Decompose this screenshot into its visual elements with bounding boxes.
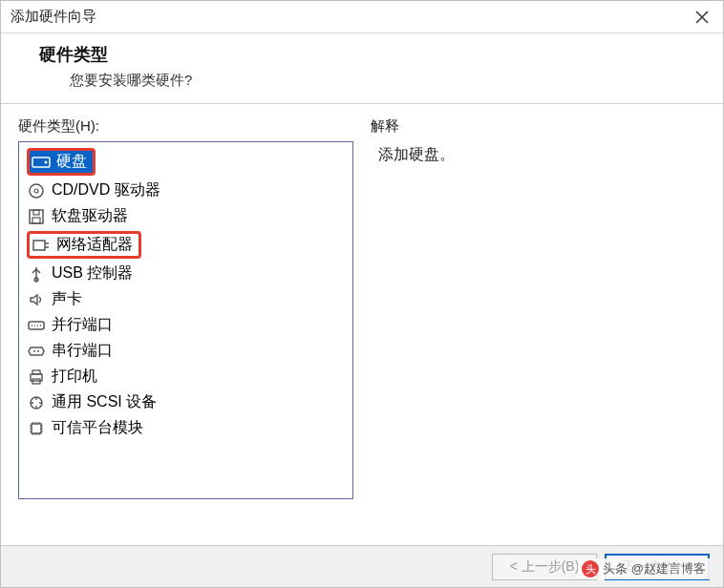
list-item-label: 硬盘 (56, 152, 87, 172)
list-item[interactable]: 网络适配器 (19, 229, 352, 261)
explanation-label: 解释 (371, 117, 706, 136)
nic-icon (32, 236, 51, 255)
watermark-badge: 头 (582, 560, 599, 578)
list-item-label: 通用 SCSI 设备 (52, 392, 157, 412)
svg-point-11 (37, 350, 39, 352)
hdd-icon (32, 153, 51, 172)
list-item-label: CD/DVD 驱动器 (52, 180, 160, 200)
titlebar: 添加硬件向导 (1, 1, 723, 33)
list-item[interactable]: CD/DVD 驱动器 (19, 178, 352, 203)
list-item-label: 可信平台模块 (52, 418, 143, 438)
parallel-icon (27, 316, 46, 335)
floppy-icon (27, 207, 46, 226)
list-item-label: 并行端口 (52, 315, 113, 335)
svg-rect-7 (33, 241, 45, 250)
hardware-type-listbox[interactable]: 硬盘CD/DVD 驱动器软盘驱动器网络适配器USB 控制器声卡并行端口串行端口打… (18, 141, 353, 499)
list-item-label: USB 控制器 (52, 263, 133, 284)
svg-point-3 (34, 189, 38, 193)
list-item[interactable]: USB 控制器 (19, 261, 352, 286)
content-area: 硬件类型(H): 硬盘CD/DVD 驱动器软盘驱动器网络适配器USB 控制器声卡… (1, 104, 723, 509)
list-item-label: 软盘驱动器 (52, 206, 128, 226)
serial-icon (27, 342, 46, 361)
svg-rect-9 (29, 322, 44, 329)
list-item-label: 网络适配器 (56, 235, 133, 255)
svg-point-10 (33, 350, 35, 352)
hardware-type-panel: 硬件类型(H): 硬盘CD/DVD 驱动器软盘驱动器网络适配器USB 控制器声卡… (18, 117, 353, 499)
svg-point-1 (45, 160, 48, 163)
list-item[interactable]: 串行端口 (19, 338, 352, 364)
list-item[interactable]: 可信平台模块 (19, 415, 352, 441)
watermark-text: 头条 @赵建言博客 (603, 560, 706, 578)
svg-rect-13 (32, 370, 40, 374)
watermark: 头 头条 @赵建言博客 (578, 558, 710, 579)
list-item[interactable]: 硬盘 (19, 146, 352, 178)
close-button[interactable] (691, 6, 713, 29)
svg-point-2 (30, 184, 43, 198)
page-title: 硬件类型 (39, 43, 696, 66)
svg-rect-16 (32, 424, 41, 433)
close-icon (695, 10, 709, 24)
list-item[interactable]: 软盘驱动器 (19, 203, 352, 229)
hardware-type-label: 硬件类型(H): (18, 117, 353, 136)
list-item[interactable]: 打印机 (19, 364, 352, 389)
list-item-label: 声卡 (52, 289, 82, 309)
list-item[interactable]: 声卡 (19, 286, 352, 312)
list-item[interactable]: 并行端口 (19, 312, 352, 338)
explanation-text: 添加硬盘。 (371, 141, 706, 169)
svg-rect-4 (30, 210, 43, 223)
printer-icon (27, 368, 46, 387)
wizard-header: 硬件类型 您要安装哪类硬件? (1, 33, 723, 104)
page-subtitle: 您要安装哪类硬件? (39, 72, 696, 90)
window-title: 添加硬件向导 (11, 8, 96, 26)
list-item-label: 打印机 (52, 367, 97, 387)
highlight-annotation: 网络适配器 (27, 231, 141, 259)
tpm-icon (27, 419, 46, 438)
svg-rect-6 (32, 218, 40, 223)
cd-icon (27, 181, 46, 200)
explanation-panel: 解释 添加硬盘。 (371, 117, 706, 499)
list-item-label: 串行端口 (52, 341, 113, 361)
sound-icon (27, 290, 46, 309)
scsi-icon (27, 393, 46, 412)
list-item[interactable]: 通用 SCSI 设备 (19, 389, 352, 415)
usb-icon (27, 264, 46, 284)
highlight-annotation: 硬盘 (27, 148, 96, 176)
